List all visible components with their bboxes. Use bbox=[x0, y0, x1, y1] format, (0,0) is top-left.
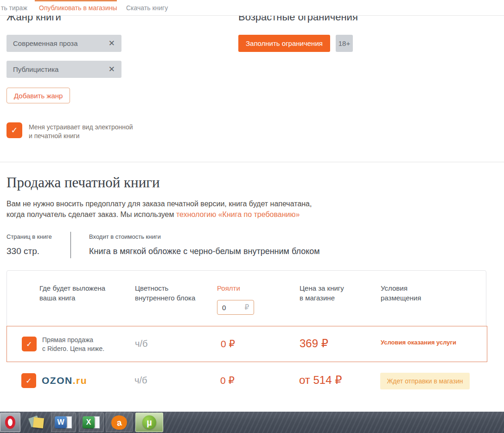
opera-taskbar-button[interactable] bbox=[0, 413, 20, 432]
sticky-notes-taskbar-button[interactable] bbox=[26, 413, 47, 432]
approve-layout-label: Меня устраивает вид электронной и печатн… bbox=[29, 123, 133, 140]
print-sale-title: Продажа печатной книги bbox=[6, 174, 160, 191]
ridero-color-value: ч/б bbox=[135, 338, 147, 349]
approve-layout-checkbox[interactable]: ✓ bbox=[6, 122, 22, 138]
header-terms: Условия размещения bbox=[381, 283, 421, 303]
age-badge: 18+ bbox=[336, 35, 353, 52]
top-tab-bar: ть тираж Опубликовать в магазины Скачать… bbox=[0, 0, 504, 16]
ruble-sign: ₽ bbox=[244, 303, 249, 312]
sticky-note-icon bbox=[33, 417, 44, 428]
stores-table: Где будет выложена ваша книга Цветность … bbox=[6, 270, 486, 398]
ozon-logo-ru: .ru bbox=[73, 375, 87, 386]
book-on-demand-link[interactable]: технологию «Книга по требованию» bbox=[176, 210, 300, 218]
ridero-checkbox[interactable]: ✓ bbox=[22, 337, 37, 351]
tab-print-run[interactable]: ть тираж bbox=[1, 4, 27, 12]
close-icon[interactable]: ✕ bbox=[108, 65, 115, 73]
ozon-status-button[interactable]: Ждет отправки в магазин bbox=[380, 373, 470, 389]
ozon-logo-text: OZON bbox=[42, 375, 73, 386]
royalty-input-wrapper: ₽ bbox=[217, 300, 254, 315]
word-icon: W bbox=[55, 416, 67, 428]
genre-chip-label: Публицистика bbox=[13, 65, 58, 73]
avast-taskbar-button[interactable]: a bbox=[106, 413, 133, 432]
close-icon[interactable]: ✕ bbox=[108, 39, 115, 47]
check-icon: ✓ bbox=[11, 125, 18, 135]
ridero-store-label: Прямая продажа с Ridero. Цена ниже. bbox=[42, 336, 104, 353]
info-divider bbox=[70, 232, 71, 258]
fill-restrictions-button[interactable]: Заполнить ограничения bbox=[238, 35, 330, 52]
active-tab-indicator bbox=[35, 0, 117, 1]
word-taskbar-button[interactable]: W bbox=[51, 413, 76, 432]
tab-download-book[interactable]: Скачать книгу bbox=[126, 4, 168, 12]
genre-chip: Современная проза ✕ bbox=[6, 35, 121, 52]
check-icon: ✓ bbox=[26, 376, 32, 385]
header-color: Цветность внутреннего блока bbox=[135, 283, 195, 303]
genre-chip: Публицистика ✕ bbox=[6, 61, 121, 78]
ozon-price-value: от 514 ₽ bbox=[299, 374, 342, 387]
excel-icon: X bbox=[83, 416, 95, 428]
check-icon: ✓ bbox=[26, 340, 32, 349]
excel-taskbar-button[interactable]: X bbox=[79, 413, 104, 432]
included-value: Книга в мягкой обложке с черно-белым вну… bbox=[89, 247, 320, 256]
windows-taskbar: W X a µ bbox=[0, 412, 504, 433]
print-sale-description: Вам не нужно вносить предоплату для зака… bbox=[6, 198, 312, 220]
header-royalty: Роялти bbox=[217, 283, 240, 293]
header-price: Цена за книгу в магазине bbox=[300, 283, 344, 303]
ridero-terms-link[interactable]: Условия оказания услуги bbox=[381, 339, 456, 346]
table-row-ridero: ✓ Прямая продажа с Ridero. Цена ниже. ч/… bbox=[6, 326, 487, 362]
header-store: Где будет выложена ваша книга bbox=[39, 283, 105, 303]
tab-publish-to-stores[interactable]: Опубликовать в магазины bbox=[39, 4, 117, 12]
avast-icon: a bbox=[110, 414, 128, 430]
genre-chip-label: Современная проза bbox=[13, 39, 78, 47]
ozon-checkbox[interactable]: ✓ bbox=[21, 373, 36, 388]
pages-value: 330 стр. bbox=[6, 246, 39, 256]
table-row-ozon: ✓ OZON.ru ч/б 0 ₽ от 514 ₽ Ждет отправки… bbox=[6, 362, 487, 399]
opera-icon bbox=[5, 416, 15, 429]
utorrent-icon: µ bbox=[142, 415, 156, 429]
ozon-logo: OZON.ru bbox=[42, 375, 87, 386]
utorrent-taskbar-button[interactable]: µ bbox=[135, 413, 163, 432]
royalty-input[interactable] bbox=[222, 304, 241, 312]
ozon-color-value: ч/б bbox=[134, 375, 147, 386]
ridero-royalty-value: 0 ₽ bbox=[221, 338, 235, 350]
section-divider bbox=[0, 162, 504, 162]
add-genre-button[interactable]: Добавить жанр bbox=[6, 88, 70, 103]
pages-label: Страниц в книге bbox=[6, 233, 52, 240]
ridero-price-value: 369 ₽ bbox=[300, 337, 328, 350]
included-label: Входит в стоимость книги bbox=[89, 233, 161, 240]
ozon-royalty-value: 0 ₽ bbox=[220, 375, 235, 386]
